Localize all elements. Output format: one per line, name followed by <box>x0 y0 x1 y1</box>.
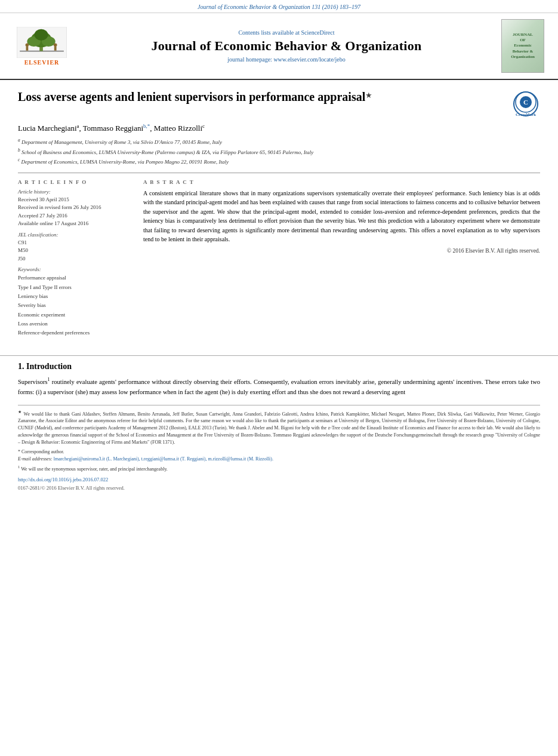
available-date: Available online 17 August 2016 <box>18 220 131 228</box>
section-divider <box>0 355 558 356</box>
keyword-4: Severity bias <box>18 301 131 310</box>
copyright-line: © 2016 Elsevier B.V. All rights reserved… <box>143 248 540 254</box>
svg-point-6 <box>35 29 48 40</box>
affiliation-b: b School of Business and Economics, LUMS… <box>18 147 540 157</box>
received-date: Received 30 April 2015 <box>18 196 131 204</box>
affiliation-c: c Department of Economics, LUMSA Univers… <box>18 156 540 167</box>
cover-image: JOURNALOFEconomicBehavior &Organization <box>501 19 544 73</box>
article-body: Loss averse agents and lenient superviso… <box>0 80 558 349</box>
elsevier-wordmark: ELSEVIER <box>24 59 60 66</box>
email-addresses-note: E-mail addresses: lmarchegiani@uniroma3.… <box>18 456 540 463</box>
jel-j50: J50 <box>18 255 131 263</box>
jel-m50: M50 <box>18 247 131 255</box>
journal-homepage: journal homepage: www.elsevier.com/locat… <box>78 56 495 63</box>
history-label: Article history: <box>18 189 131 195</box>
keyword-3: Leniency bias <box>18 292 131 301</box>
section-title-text: Introduction <box>26 362 72 371</box>
issn-footer: 0167-2681/© 2016 Elsevier B.V. All right… <box>0 485 558 496</box>
footnote-area: ★ We would like to thank Gani Aldashev, … <box>18 405 540 473</box>
doi-link[interactable]: http://dx.doi.org/10.1016/j.jebo.2016.07… <box>18 477 108 483</box>
journal-title-block: Contents lists available at ScienceDirec… <box>78 29 495 63</box>
keywords-label: Keywords: <box>18 266 131 272</box>
journal-reference-text: Journal of Economic Behavior & Organizat… <box>198 4 360 10</box>
accepted-date: Accepted 27 July 2016 <box>18 212 131 220</box>
crossmark-svg: C <box>514 91 537 113</box>
homepage-link[interactable]: www.elsevier.com/locate/jebo <box>273 56 345 63</box>
introduction-section: 1. Introduction Supervisors1 routinely e… <box>0 362 558 397</box>
svg-point-7 <box>26 43 29 47</box>
revised-date: Received in revised form 26 July 2016 <box>18 204 131 212</box>
article-title-row: Loss averse agents and lenient superviso… <box>18 89 540 118</box>
affiliations-block: a Department of Management, University o… <box>18 137 540 167</box>
keyword-list: Performance appraisal Type I and Type II… <box>18 273 131 337</box>
corresponding-author-note: * Corresponding author. <box>18 448 540 456</box>
article-info-label: A R T I C L E I N F O <box>18 179 131 185</box>
journal-header: ELSEVIER Contents lists available at Sci… <box>0 13 558 80</box>
introduction-paragraph: Supervisors1 routinely evaluate agents' … <box>18 376 540 397</box>
jel-c91: C91 <box>18 239 131 247</box>
footnote-1-text: 1 We will use the synonymous supervisor,… <box>18 464 540 473</box>
journal-name-title: Journal of Economic Behavior & Organizat… <box>78 38 495 54</box>
abstract-label: A B S T R A C T <box>143 179 540 185</box>
abstract-text: A consistent empirical literature shows … <box>143 189 540 244</box>
article-info-abstract-section: A R T I C L E I N F O Article history: R… <box>18 173 540 338</box>
star-footnote: ★ We would like to thank Gani Aldashev, … <box>18 409 540 447</box>
doi-footer: http://dx.doi.org/10.1016/j.jebo.2016.07… <box>0 473 558 485</box>
email-links: lmarchegiani@uniroma3.it (L. Marchegiani… <box>54 456 273 462</box>
abstract-column: A B S T R A C T A consistent empirical l… <box>143 179 540 338</box>
keyword-2: Type I and Type II errors <box>18 283 131 292</box>
sciencedirect-notice: Contents lists available at ScienceDirec… <box>78 29 495 36</box>
sciencedirect-link[interactable]: ScienceDirect <box>301 29 334 36</box>
svg-rect-10 <box>54 47 57 51</box>
article-title: Loss averse agents and lenient superviso… <box>18 89 372 105</box>
keyword-6: Loss aversion <box>18 319 131 328</box>
crossmark-icon: C CrossMark <box>513 91 538 116</box>
journal-cover-thumbnail: JOURNALOFEconomicBehavior &Organization <box>501 19 546 73</box>
svg-point-9 <box>54 43 57 47</box>
author3-sup: c <box>202 123 205 129</box>
article-info-column: A R T I C L E I N F O Article history: R… <box>18 179 131 338</box>
keyword-7: Reference-dependent preferences <box>18 328 131 337</box>
authors-line: Lucia Marchegiania, Tommaso Reggianib,*,… <box>18 123 540 133</box>
author2-sup: b,* <box>143 123 150 129</box>
journal-reference-bar: Journal of Economic Behavior & Organizat… <box>0 0 558 13</box>
elsevier-logo-block: ELSEVIER <box>12 27 72 66</box>
author1-sup: a <box>77 123 79 129</box>
affiliation-a: a Department of Management, University o… <box>18 137 540 147</box>
jel-label: JEL classification: <box>18 232 131 238</box>
keyword-5: Economic experiment <box>18 311 131 319</box>
keyword-1: Performance appraisal <box>18 273 131 282</box>
svg-text:C: C <box>523 99 528 106</box>
svg-rect-8 <box>26 47 29 51</box>
elsevier-tree-icon <box>16 27 68 58</box>
crossmark-badge: C CrossMark <box>513 91 540 118</box>
section-number: 1. <box>18 362 24 371</box>
title-star: ★ <box>365 91 372 100</box>
introduction-title: 1. Introduction <box>18 362 540 371</box>
